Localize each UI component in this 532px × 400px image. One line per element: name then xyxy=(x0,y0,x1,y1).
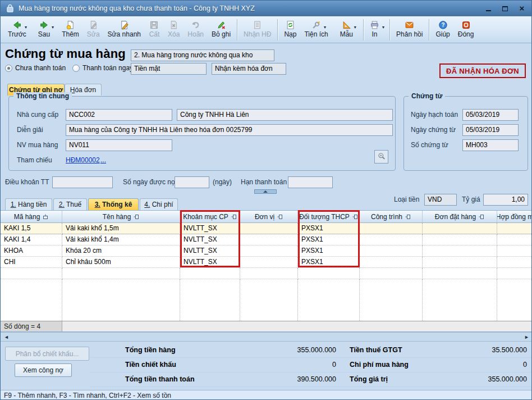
purchase-cost-label: Chi phí mua hàng xyxy=(350,361,409,369)
column-header-doi-tuong-thcp[interactable]: Đối tượng THCP xyxy=(298,211,360,222)
toolbar-button-utilities[interactable]: ▾ Tiện ích xyxy=(300,17,336,42)
currency-combo[interactable]: VND xyxy=(424,194,457,206)
doc-no-label: Số chứng từ xyxy=(411,141,448,149)
toolbar-button-print[interactable]: ▾ In xyxy=(366,17,387,42)
toolbar-separator xyxy=(389,19,390,40)
scroll-left-arrow-icon[interactable]: ◄ xyxy=(4,334,9,340)
horizontal-scrollbar[interactable]: ◄ ► xyxy=(1,332,532,342)
invoice-mode-combo[interactable]: Nhận kèm hóa đơn xyxy=(212,63,286,75)
column-header-khoan-muc-cp[interactable]: Khoản mục CP xyxy=(180,211,240,222)
toolbar-button-previous[interactable]: ▾ Trước xyxy=(4,17,34,42)
total-payment-label: Tổng tiền thanh toán xyxy=(125,375,195,383)
tab-hang-tien[interactable]: 1. Hàng tiền xyxy=(5,198,52,210)
total-payment-value: 390.500.000 xyxy=(297,375,336,383)
table-row[interactable]: CHIChỉ khâu 500mNVLTT_SXPXSX1 xyxy=(1,257,532,268)
scroll-right-arrow-icon[interactable]: ► xyxy=(524,334,529,340)
save-floppy-icon xyxy=(149,20,159,30)
toolbar-button-unpost[interactable]: Bỏ ghi xyxy=(208,17,235,42)
toolbar-button-feedback[interactable]: Phản hồi xyxy=(392,17,426,42)
column-header-hop-dong[interactable]: Hợp đồng m xyxy=(497,211,532,222)
edit-icon xyxy=(89,20,98,30)
pin-icon[interactable] xyxy=(405,214,411,220)
toolbar-button-templates[interactable]: ▾ Mẫu xyxy=(336,17,361,42)
radio-unpaid[interactable]: Chưa thanh toán xyxy=(5,63,66,72)
row-count-label: Số dòng = 4 xyxy=(1,321,62,331)
minimize-button[interactable] xyxy=(484,4,492,12)
pin-icon[interactable] xyxy=(134,214,139,220)
chevron-down-icon[interactable]: ▾ xyxy=(354,25,356,30)
lookup-button[interactable] xyxy=(374,150,388,163)
vat-label: Tiền thuế GTGT xyxy=(350,346,402,354)
pin-icon[interactable] xyxy=(277,214,283,220)
toolbar-button-edit: Sửa xyxy=(83,17,104,42)
posting-date-input[interactable]: 05/03/2019 xyxy=(462,109,519,121)
column-header-ten-hang[interactable]: Tên hàng xyxy=(62,211,180,222)
payment-terms-input[interactable] xyxy=(52,176,113,188)
due-date-label: Hạn thanh toán xyxy=(241,178,287,186)
pin-icon[interactable] xyxy=(352,214,358,220)
toolbar-button-postpone: Hoãn xyxy=(184,17,208,42)
envelope-icon xyxy=(405,20,414,30)
general-info-group: Thông tin chung Nhà cung cấp NCC002 Công… xyxy=(8,96,396,171)
chevron-down-icon[interactable]: ▾ xyxy=(324,25,326,30)
payment-method-combo[interactable]: Tiền mặt xyxy=(131,63,207,75)
collapse-splitter[interactable] xyxy=(254,189,277,194)
chevron-down-icon[interactable]: ▾ xyxy=(52,25,54,30)
pin-icon[interactable] xyxy=(479,214,484,220)
arrow-right-icon: ▾ xyxy=(39,20,49,30)
reference-more-link[interactable]: ... xyxy=(100,156,106,164)
doc-type-combo[interactable]: 2. Mua hàng trong nước không qua kho xyxy=(131,49,274,61)
radio-pay-now[interactable]: Thanh toán ngay xyxy=(72,63,133,72)
view-debt-button[interactable]: Xem công nợ xyxy=(15,363,72,377)
toolbar-button-close[interactable]: Đóng xyxy=(454,17,478,42)
rate-input[interactable]: 1,00 xyxy=(483,194,528,206)
chevron-down-icon[interactable]: ▾ xyxy=(25,25,27,30)
window-title: Mua hàng trong nước không qua kho chưa t… xyxy=(19,4,484,12)
table-row[interactable]: KAKI 1,4Vải kaki khổ 1,4mNVLTT_SXPXSX1 xyxy=(1,234,532,246)
close-window-button[interactable]: × xyxy=(518,4,526,12)
supplier-code-input[interactable]: NCC002 xyxy=(66,109,172,121)
table-row[interactable]: KAKI 1,5Vải kaki khổ 1,5mNVLTT_SXPXSX1 xyxy=(1,223,532,234)
chevron-down-icon[interactable]: ▾ xyxy=(382,25,384,30)
printer-icon: ▾ xyxy=(370,20,379,30)
column-header-cong-trinh[interactable]: Công trình xyxy=(360,211,423,222)
supplier-name-input[interactable]: Công ty TNHH Hà Liên xyxy=(177,109,393,121)
toolbar: ▾ Trước ▾ Sau Thêm Sửa Sửa nhanh Cất Xóa xyxy=(1,16,532,43)
toolbar-button-next[interactable]: ▾ Sau xyxy=(34,17,58,42)
page-title: Chứng từ mua hàng xyxy=(5,47,126,61)
employee-code-input[interactable]: NV011 xyxy=(66,139,172,151)
description-input[interactable]: Mua hàng của Công ty TNHH Hà Liên theo h… xyxy=(66,124,393,136)
toolbar-button-add[interactable]: Thêm xyxy=(58,17,83,42)
refresh-icon xyxy=(286,20,295,30)
purchase-cost-value: 0 xyxy=(523,361,527,369)
tab-chi-phi[interactable]: 4. Chi phí xyxy=(140,198,178,210)
total-goods-label: Tổng tiền hàng xyxy=(125,346,176,354)
posting-date-label: Ngày hạch toán xyxy=(411,111,458,119)
column-header-don-vi[interactable]: Đơn vị xyxy=(240,211,298,222)
debt-days-label: Số ngày được nợ xyxy=(123,178,176,186)
ruler-triangle-icon: ▾ xyxy=(342,20,351,30)
invoice-received-badge: ĐÃ NHẬN HÓA ĐƠN xyxy=(439,63,526,78)
doc-no-input[interactable]: MH003 xyxy=(462,139,519,151)
column-header-ma-hang[interactable]: Mã hàng xyxy=(1,211,62,222)
radio-dot-icon xyxy=(72,65,80,72)
group-title: Chứng từ xyxy=(409,92,445,100)
debt-days-input[interactable] xyxy=(175,176,209,188)
table-empty-row[interactable] xyxy=(1,268,532,279)
payment-terms-label: Điều khoản TT xyxy=(5,178,49,186)
toolbar-button-quick-edit[interactable]: Sửa nhanh xyxy=(104,17,145,42)
pin-icon[interactable] xyxy=(43,214,48,220)
doc-date-input[interactable]: 05/03/2019 xyxy=(462,124,519,136)
tab-thong-ke[interactable]: 3. Thống kê xyxy=(88,198,139,210)
due-date-input[interactable] xyxy=(288,176,333,188)
toolbar-separator xyxy=(237,19,237,40)
reference-link[interactable]: HĐM00002 xyxy=(66,156,100,164)
pin-icon[interactable] xyxy=(231,214,237,220)
column-header-don-dat-hang[interactable]: Đơn đặt hàng xyxy=(423,211,497,222)
maximize-button[interactable] xyxy=(501,4,509,12)
toolbar-button-reload[interactable]: Nạp xyxy=(280,17,300,42)
tab-thue[interactable]: 2. Thuế xyxy=(53,198,87,210)
table-row[interactable]: KHOAKhóa 20 cmNVLTT_SXPXSX1 xyxy=(1,246,532,257)
toolbar-button-help[interactable]: ? Giúp xyxy=(432,17,453,42)
summary-row: Tổng tiền thanh toán 390.500.000 Tổng gi… xyxy=(90,372,531,387)
